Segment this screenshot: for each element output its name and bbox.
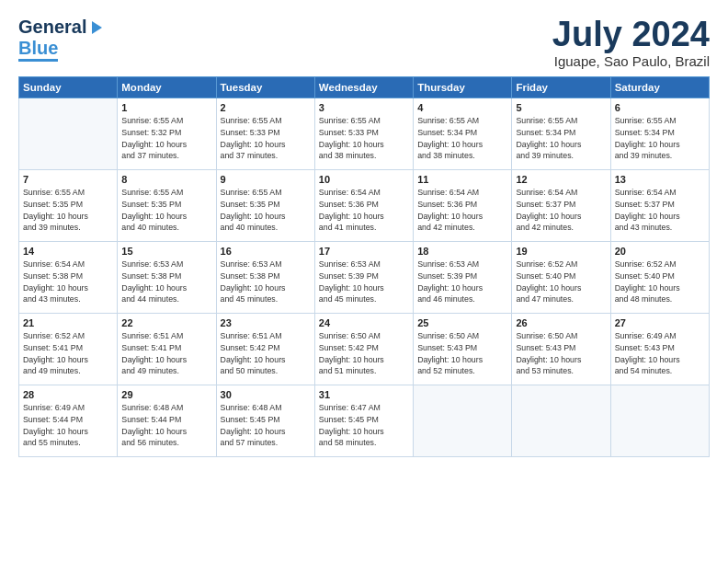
cell-sun-info: Sunrise: 6:49 AMSunset: 5:43 PMDaylight:… [615,330,705,377]
calendar-cell: 8Sunrise: 6:55 AMSunset: 5:35 PMDaylight… [118,170,216,242]
day-number: 28 [23,389,113,400]
day-number: 6 [615,102,705,113]
day-number: 26 [516,317,606,328]
cell-sun-info: Sunrise: 6:50 AMSunset: 5:42 PMDaylight:… [319,330,409,377]
day-number: 16 [221,246,311,257]
cell-sun-info: Sunrise: 6:53 AMSunset: 5:39 PMDaylight:… [319,259,409,305]
calendar-cell [512,385,610,457]
day-of-week-header: Tuesday [216,77,314,98]
day-number: 22 [121,317,211,328]
calendar-cell: 4Sunrise: 6:55 AMSunset: 5:34 PMDaylight… [414,98,512,170]
day-number: 13 [615,174,705,185]
calendar-cell: 29Sunrise: 6:48 AMSunset: 5:44 PMDayligh… [118,385,216,457]
day-number: 23 [221,317,311,328]
calendar-cell: 23Sunrise: 6:51 AMSunset: 5:42 PMDayligh… [216,314,314,385]
cell-sun-info: Sunrise: 6:55 AMSunset: 5:34 PMDaylight:… [615,115,705,162]
calendar-cell: 13Sunrise: 6:54 AMSunset: 5:37 PMDayligh… [610,170,709,242]
calendar-cell: 3Sunrise: 6:55 AMSunset: 5:33 PMDaylight… [314,98,413,170]
cell-sun-info: Sunrise: 6:52 AMSunset: 5:40 PMDaylight:… [615,259,705,305]
calendar-cell: 6Sunrise: 6:55 AMSunset: 5:34 PMDaylight… [610,98,709,170]
day-number: 17 [319,246,409,257]
day-number: 29 [121,389,211,400]
day-number: 19 [516,246,606,257]
calendar-week-row: 14Sunrise: 6:54 AMSunset: 5:38 PMDayligh… [19,242,710,314]
cell-sun-info: Sunrise: 6:53 AMSunset: 5:39 PMDaylight:… [417,259,507,305]
day-of-week-header: Wednesday [314,77,413,98]
cell-sun-info: Sunrise: 6:55 AMSunset: 5:32 PMDaylight:… [121,115,211,162]
calendar-cell: 15Sunrise: 6:53 AMSunset: 5:38 PMDayligh… [118,242,216,314]
day-number: 8 [121,174,211,185]
cell-sun-info: Sunrise: 6:54 AMSunset: 5:36 PMDaylight:… [319,187,409,234]
day-number: 11 [417,174,507,185]
calendar-cell: 1Sunrise: 6:55 AMSunset: 5:32 PMDaylight… [118,98,216,170]
day-number: 9 [221,174,311,185]
cell-sun-info: Sunrise: 6:55 AMSunset: 5:34 PMDaylight:… [516,115,606,162]
day-number: 12 [516,174,606,185]
calendar-week-row: 7Sunrise: 6:55 AMSunset: 5:35 PMDaylight… [19,170,710,242]
title-area: July 2024 Iguape, Sao Paulo, Brazil [552,17,710,69]
day-number: 10 [319,174,409,185]
cell-sun-info: Sunrise: 6:52 AMSunset: 5:40 PMDaylight:… [516,259,606,305]
day-number: 1 [121,102,211,113]
day-of-week-header: Thursday [414,77,512,98]
calendar-cell [414,385,512,457]
cell-sun-info: Sunrise: 6:53 AMSunset: 5:38 PMDaylight:… [121,259,211,305]
cell-sun-info: Sunrise: 6:54 AMSunset: 5:36 PMDaylight:… [417,187,507,234]
day-number: 20 [615,246,705,257]
cell-sun-info: Sunrise: 6:55 AMSunset: 5:33 PMDaylight:… [319,115,409,162]
day-number: 21 [23,317,113,328]
calendar-cell: 16Sunrise: 6:53 AMSunset: 5:38 PMDayligh… [216,242,314,314]
calendar-cell: 22Sunrise: 6:51 AMSunset: 5:41 PMDayligh… [118,314,216,385]
calendar-cell: 21Sunrise: 6:52 AMSunset: 5:41 PMDayligh… [19,314,118,385]
cell-sun-info: Sunrise: 6:48 AMSunset: 5:45 PMDaylight:… [221,402,311,449]
logo-triangle-icon [87,19,104,36]
calendar-cell: 12Sunrise: 6:54 AMSunset: 5:37 PMDayligh… [512,170,610,242]
month-title: July 2024 [552,17,710,52]
day-number: 27 [615,317,705,328]
day-number: 4 [417,102,507,113]
cell-sun-info: Sunrise: 6:55 AMSunset: 5:35 PMDaylight:… [121,187,211,234]
calendar-cell: 18Sunrise: 6:53 AMSunset: 5:39 PMDayligh… [414,242,512,314]
cell-sun-info: Sunrise: 6:53 AMSunset: 5:38 PMDaylight:… [221,259,311,305]
day-number: 5 [516,102,606,113]
logo: General Blue [18,17,105,59]
calendar-week-row: 1Sunrise: 6:55 AMSunset: 5:32 PMDaylight… [19,98,710,170]
calendar-cell: 17Sunrise: 6:53 AMSunset: 5:39 PMDayligh… [314,242,413,314]
cell-sun-info: Sunrise: 6:55 AMSunset: 5:33 PMDaylight:… [221,115,311,162]
day-number: 2 [221,102,311,113]
calendar-cell: 14Sunrise: 6:54 AMSunset: 5:38 PMDayligh… [19,242,118,314]
calendar-cell: 10Sunrise: 6:54 AMSunset: 5:36 PMDayligh… [314,170,413,242]
day-number: 3 [319,102,409,113]
calendar-header-row: SundayMondayTuesdayWednesdayThursdayFrid… [19,77,710,98]
day-number: 18 [417,246,507,257]
calendar-cell: 26Sunrise: 6:50 AMSunset: 5:43 PMDayligh… [512,314,610,385]
cell-sun-info: Sunrise: 6:54 AMSunset: 5:37 PMDaylight:… [615,187,705,234]
svg-marker-0 [92,21,102,34]
cell-sun-info: Sunrise: 6:47 AMSunset: 5:45 PMDaylight:… [319,402,409,449]
calendar-table: SundayMondayTuesdayWednesdayThursdayFrid… [18,76,710,457]
day-of-week-header: Sunday [19,77,118,98]
calendar-cell: 31Sunrise: 6:47 AMSunset: 5:45 PMDayligh… [314,385,413,457]
cell-sun-info: Sunrise: 6:50 AMSunset: 5:43 PMDaylight:… [516,330,606,377]
calendar-cell: 25Sunrise: 6:50 AMSunset: 5:43 PMDayligh… [414,314,512,385]
day-number: 30 [221,389,311,400]
calendar-cell: 5Sunrise: 6:55 AMSunset: 5:34 PMDaylight… [512,98,610,170]
calendar-cell: 11Sunrise: 6:54 AMSunset: 5:36 PMDayligh… [414,170,512,242]
calendar-week-row: 28Sunrise: 6:49 AMSunset: 5:44 PMDayligh… [19,385,710,457]
calendar-cell: 7Sunrise: 6:55 AMSunset: 5:35 PMDaylight… [19,170,118,242]
calendar-cell: 2Sunrise: 6:55 AMSunset: 5:33 PMDaylight… [216,98,314,170]
day-number: 25 [417,317,507,328]
cell-sun-info: Sunrise: 6:48 AMSunset: 5:44 PMDaylight:… [121,402,211,449]
cell-sun-info: Sunrise: 6:49 AMSunset: 5:44 PMDaylight:… [23,402,113,449]
calendar-cell: 9Sunrise: 6:55 AMSunset: 5:35 PMDaylight… [216,170,314,242]
day-number: 7 [23,174,113,185]
cell-sun-info: Sunrise: 6:52 AMSunset: 5:41 PMDaylight:… [23,330,113,377]
day-number: 15 [121,246,211,257]
day-number: 24 [319,317,409,328]
calendar-week-row: 21Sunrise: 6:52 AMSunset: 5:41 PMDayligh… [19,314,710,385]
day-number: 14 [23,246,113,257]
logo-blue: Blue [18,38,58,62]
calendar-cell: 30Sunrise: 6:48 AMSunset: 5:45 PMDayligh… [216,385,314,457]
cell-sun-info: Sunrise: 6:55 AMSunset: 5:35 PMDaylight:… [221,187,311,234]
calendar-cell [19,98,118,170]
